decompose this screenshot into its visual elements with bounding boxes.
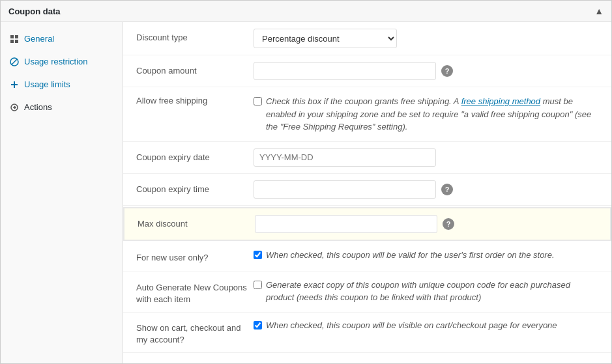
auto-generate-text: Generate exact copy of this coupon with … xyxy=(266,279,598,304)
panel-body: General Usage restriction xyxy=(1,22,611,363)
sidebar-item-usage-restriction-label: Usage restriction xyxy=(24,57,88,66)
coupon-expiry-time-content: 11:59 ? xyxy=(254,180,598,199)
new-user-only-row: For new user only? When checked, this co… xyxy=(123,242,611,272)
new-user-only-text: When checked, this coupon will be valid … xyxy=(266,249,555,262)
new-user-only-content: When checked, this coupon will be valid … xyxy=(254,249,598,262)
coupon-amount-content: 70 ? xyxy=(254,62,598,80)
svg-rect-0 xyxy=(10,35,14,38)
sidebar: General Usage restriction xyxy=(1,22,123,363)
coupon-expiry-time-row: Coupon expiry time 11:59 ? xyxy=(123,174,611,206)
coupon-expiry-time-input[interactable]: 11:59 xyxy=(254,180,436,199)
show-on-cart-checkbox-row: When checked, this coupon will be visibl… xyxy=(254,319,557,332)
coupon-amount-help-icon[interactable]: ? xyxy=(441,65,453,77)
allow-free-shipping-row: Allow free shipping Check this box if th… xyxy=(123,87,611,142)
coupon-data-panel: Coupon data ▲ General xyxy=(0,0,612,364)
max-discount-input[interactable]: 50 xyxy=(255,215,437,233)
coupon-expiry-date-row: Coupon expiry date xyxy=(123,142,611,174)
max-discount-content: 50 ? xyxy=(255,215,597,233)
sidebar-item-usage-restriction[interactable]: Usage restriction xyxy=(1,50,123,73)
sidebar-item-general-label: General xyxy=(24,34,54,44)
svg-rect-2 xyxy=(10,40,14,43)
sidebar-item-actions[interactable]: Actions xyxy=(1,96,123,119)
panel-title: Coupon data xyxy=(8,7,60,16)
new-user-only-checkbox-row: When checked, this coupon will be valid … xyxy=(254,249,555,262)
coupon-amount-input[interactable]: 70 xyxy=(254,62,436,80)
max-discount-label: Max discount xyxy=(138,215,255,230)
actions-icon xyxy=(10,103,19,112)
sidebar-item-actions-label: Actions xyxy=(24,102,52,112)
auto-generate-label: Auto Generate New Coupons with each item xyxy=(136,279,254,305)
free-shipping-link[interactable]: free shipping method xyxy=(461,96,540,106)
auto-generate-row: Auto Generate New Coupons with each item… xyxy=(123,272,611,313)
discount-type-content: Percentage discount Fixed cart discount … xyxy=(254,29,598,48)
svg-line-5 xyxy=(12,59,17,64)
max-discount-row: Max discount 50 ? xyxy=(123,207,611,241)
coupon-expiry-date-label: Coupon expiry date xyxy=(136,148,254,163)
show-on-cart-text: When checked, this coupon will be visibl… xyxy=(266,319,557,332)
coupon-expiry-time-label: Coupon expiry time xyxy=(136,180,254,195)
sidebar-item-usage-limits-label: Usage limits xyxy=(24,79,70,89)
allow-free-shipping-checkbox[interactable] xyxy=(254,97,262,105)
svg-rect-3 xyxy=(15,40,18,43)
main-content: Discount type Percentage discount Fixed … xyxy=(123,22,611,363)
limits-icon xyxy=(10,80,19,89)
coupon-expiry-time-help-icon[interactable]: ? xyxy=(441,184,453,195)
coupon-expiry-date-input[interactable] xyxy=(254,148,436,167)
svg-rect-1 xyxy=(15,35,18,38)
sidebar-item-general[interactable]: General xyxy=(1,27,123,50)
sidebar-item-usage-limits[interactable]: Usage limits xyxy=(1,73,123,96)
allow-free-shipping-checkbox-row: Check this box if the coupon grants free… xyxy=(254,95,598,133)
show-on-cart-label: Show on cart, checkout and my account? xyxy=(136,319,254,346)
show-on-cart-row: Show on cart, checkout and my account? W… xyxy=(123,313,611,353)
allow-free-shipping-label: Allow free shipping xyxy=(136,95,254,107)
restriction-icon xyxy=(10,57,19,66)
auto-generate-checkbox-row: Generate exact copy of this coupon with … xyxy=(254,279,598,304)
show-on-cart-content: When checked, this coupon will be visibl… xyxy=(254,319,598,332)
discount-type-row: Discount type Percentage discount Fixed … xyxy=(123,22,611,55)
panel-header: Coupon data ▲ xyxy=(1,1,611,22)
coupon-expiry-date-content xyxy=(254,148,598,167)
discount-type-select[interactable]: Percentage discount Fixed cart discount … xyxy=(254,29,397,48)
new-user-only-label: For new user only? xyxy=(136,249,254,264)
auto-generate-checkbox[interactable] xyxy=(254,281,262,289)
panel-toggle-icon[interactable]: ▲ xyxy=(594,6,604,16)
auto-generate-content: Generate exact copy of this coupon with … xyxy=(254,279,598,304)
coupon-amount-row: Coupon amount 70 ? xyxy=(123,55,611,87)
new-user-only-checkbox[interactable] xyxy=(254,251,262,259)
allow-free-shipping-text: Check this box if the coupon grants free… xyxy=(266,95,598,133)
general-icon xyxy=(10,35,19,44)
discount-type-label: Discount type xyxy=(136,29,254,44)
max-discount-help-icon[interactable]: ? xyxy=(443,218,454,230)
allow-free-shipping-content: Check this box if the coupon grants free… xyxy=(254,95,598,133)
show-on-cart-checkbox[interactable] xyxy=(254,321,262,329)
coupon-amount-label: Coupon amount xyxy=(136,62,254,77)
